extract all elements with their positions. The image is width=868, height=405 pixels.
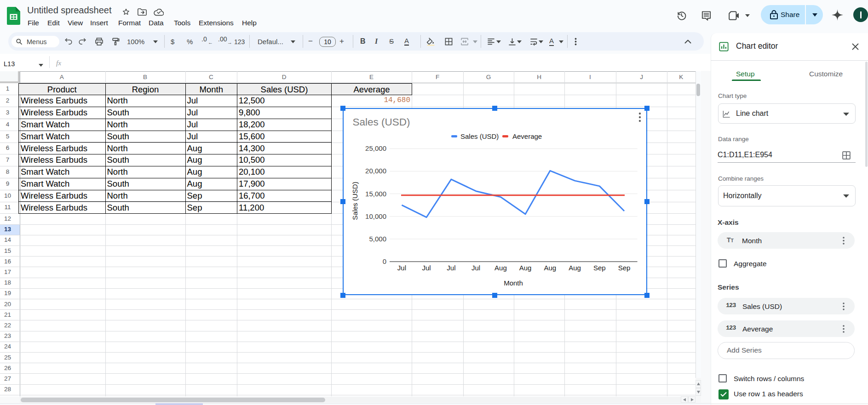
svg-text:Sales (USD): Sales (USD) xyxy=(351,182,359,220)
svg-text:Aug: Aug xyxy=(519,264,532,272)
svg-text:5,000: 5,000 xyxy=(369,235,386,243)
svg-text:Month: Month xyxy=(504,279,523,287)
svg-text:25,000: 25,000 xyxy=(365,144,386,152)
svg-text:Sales (USD): Sales (USD) xyxy=(460,132,499,140)
svg-text:Jul: Jul xyxy=(397,264,406,272)
svg-text:Sales (USD): Sales (USD) xyxy=(353,116,410,128)
svg-text:10,000: 10,000 xyxy=(365,212,386,220)
svg-text:Jul: Jul xyxy=(422,264,431,272)
svg-text:Jul: Jul xyxy=(471,264,480,272)
svg-text:0: 0 xyxy=(383,257,386,265)
svg-text:Aug: Aug xyxy=(494,264,507,272)
svg-text:15,000: 15,000 xyxy=(365,190,386,198)
svg-text:Sep: Sep xyxy=(618,264,631,272)
svg-text:Aug: Aug xyxy=(569,264,581,272)
svg-text:20,000: 20,000 xyxy=(365,167,386,175)
svg-text:Sep: Sep xyxy=(593,264,606,272)
svg-text:Aeverage: Aeverage xyxy=(512,132,542,140)
svg-text:Jul: Jul xyxy=(447,264,455,272)
svg-text:Aug: Aug xyxy=(544,264,556,272)
